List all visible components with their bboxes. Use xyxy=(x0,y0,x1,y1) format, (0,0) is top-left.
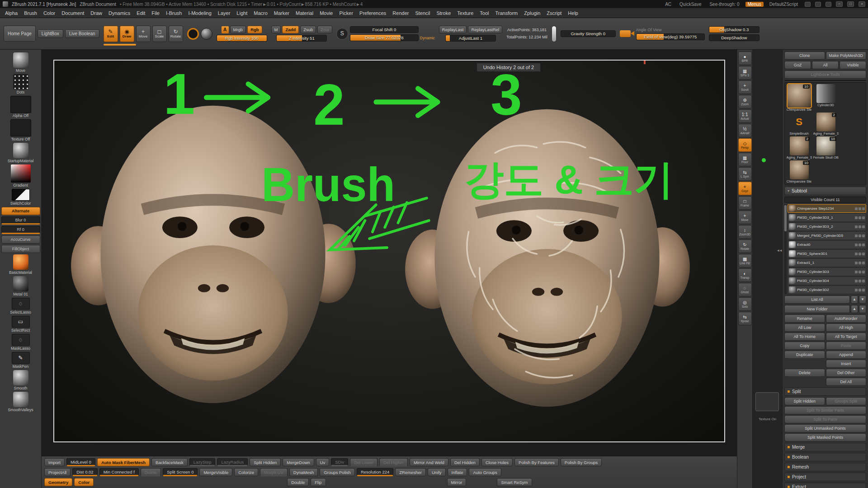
quicksave-button[interactable]: QuickSave xyxy=(677,2,703,7)
stroke-curve-icon[interactable]: S xyxy=(336,28,348,40)
list-all-button[interactable]: List All xyxy=(784,296,850,304)
bottom-control[interactable]: Polish By Groups xyxy=(561,458,602,466)
subtool-action-button[interactable]: All Low xyxy=(784,324,825,332)
close-button[interactable]: × xyxy=(859,1,865,7)
z-intensity-slider[interactable]: Z Intensity 51 xyxy=(276,35,327,42)
left-shelf-item[interactable]: Blur 0 xyxy=(1,216,40,225)
replay-last-button[interactable]: ReplayLast xyxy=(439,26,467,33)
eye-icon[interactable] xyxy=(855,253,858,255)
subtool-item[interactable]: Extract1_1 xyxy=(788,258,866,267)
left-shelf-item[interactable]: Metal 01 xyxy=(1,276,40,296)
paint-icon[interactable] xyxy=(859,289,861,291)
subtool-item[interactable]: PM3D_Cylinder3D3_2 xyxy=(788,222,866,231)
bottom-control[interactable]: Flip xyxy=(311,478,326,486)
visible-count-slider[interactable]: Visible Count 11 xyxy=(784,197,866,203)
folder-icon[interactable] xyxy=(862,244,865,246)
menu-item[interactable]: Document xyxy=(58,8,87,18)
tool-thumbnail[interactable]: 10 Chimpanzee Ste xyxy=(786,160,812,183)
minimize-button[interactable]: − xyxy=(836,1,843,7)
bottom-control[interactable]: Polish By Features xyxy=(514,458,559,466)
right-shelf-item[interactable]: + Gxyz xyxy=(738,182,752,195)
subtool-action-button[interactable]: All To Home xyxy=(784,333,825,341)
deep-shadow-slider[interactable]: DeepShadow xyxy=(709,34,760,41)
bottom-control[interactable]: Del Lower xyxy=(350,458,377,466)
subtool-action-button[interactable]: All High xyxy=(826,324,867,332)
bottom-control[interactable]: Resolution 224 xyxy=(357,468,393,476)
menu-item[interactable]: File xyxy=(148,8,163,18)
subtool-section-header[interactable]: ▾ Subtool xyxy=(784,187,866,195)
folder-icon[interactable] xyxy=(862,253,865,255)
folder-icon[interactable] xyxy=(862,216,865,219)
subtool-action-button[interactable]: Rename xyxy=(784,314,825,323)
paint-icon[interactable] xyxy=(859,235,861,237)
bottom-control[interactable]: MergeDown xyxy=(283,458,314,466)
bottom-control[interactable]: Split Hidden xyxy=(250,458,281,466)
make-polymesh3d-button[interactable]: Make PolyMesh3D xyxy=(826,52,867,60)
rgb-button[interactable]: Rgb xyxy=(247,26,262,33)
right-shelf-item[interactable]: ↕ Zoom3D xyxy=(738,225,752,239)
right-shelf-item[interactable]: ↻ Rotate xyxy=(738,239,752,253)
right-shelf-item[interactable]: 1:1 Actual xyxy=(738,109,752,123)
left-shelf-item[interactable]: ✎ MaskPen xyxy=(1,352,40,369)
right-shelf-item[interactable]: ◇ Persp xyxy=(738,138,752,152)
subtool-action-button[interactable]: AutoReorder xyxy=(826,314,867,323)
menu-item[interactable]: Edit xyxy=(133,8,148,18)
subtool-item[interactable]: Merged_PM3D_Cylinder3D5 xyxy=(788,231,866,240)
palette-section-header[interactable]: Remesh xyxy=(784,463,866,471)
m-button[interactable]: M xyxy=(271,26,281,33)
bottom-control[interactable]: Morph UV xyxy=(260,468,288,476)
subtool-item[interactable]: PM3D_Cylinder3D3_1 xyxy=(788,213,866,222)
left-shelf-item[interactable]: SwitchColor xyxy=(1,189,40,206)
current-tool-slider[interactable]: Chimpanzee Step1234. 51 xyxy=(784,80,866,81)
right-shelf-item[interactable]: □ Frame xyxy=(738,196,752,210)
goz-visible-button[interactable]: Visible xyxy=(840,61,866,69)
menu-item[interactable]: Stencil xyxy=(412,8,433,18)
undo-history-label[interactable]: Undo History 2 out of 2 xyxy=(476,63,541,72)
tool-thumbnail[interactable]: 10 Female Skull OBJ xyxy=(813,136,839,160)
split-action-button[interactable]: Split To Similar Parts xyxy=(784,406,866,414)
bottom-control[interactable]: ZRemesher xyxy=(395,468,426,476)
menu-item[interactable]: Movie xyxy=(316,8,336,18)
rgb-intensity-slider[interactable]: Rgb Intensity 100 xyxy=(217,35,267,42)
subtool-down-icon[interactable]: ▼ xyxy=(859,296,866,304)
canvas-area[interactable]: 1 2 3 Brush 강도 & 크기 xyxy=(42,50,737,456)
menu-item[interactable]: Layer xyxy=(215,8,234,18)
bottom-control[interactable]: BackfaceMask xyxy=(151,458,188,466)
palette-section-header[interactable]: Boolean xyxy=(784,453,866,461)
bottom-control[interactable]: SDiv xyxy=(331,458,348,466)
tool-thumbnail[interactable]: Cylinder3D xyxy=(813,84,839,112)
paint-icon[interactable] xyxy=(859,225,861,228)
field-of-view-slider[interactable]: Field of view(deg) 39.59775 xyxy=(636,33,705,40)
bottom-control[interactable]: ProjectAll xyxy=(44,468,71,476)
palette-section-header[interactable]: Merge xyxy=(784,443,866,451)
bottom-control[interactable]: Smart ReSym xyxy=(497,478,532,486)
move-button[interactable]: + Move xyxy=(136,26,151,42)
subtool-scrollbar[interactable] xyxy=(784,204,787,294)
menu-item[interactable]: Light xyxy=(233,8,250,18)
draw-button[interactable]: ◉ Draw xyxy=(120,26,134,42)
menu-item[interactable]: Texture xyxy=(454,8,476,18)
eye-icon[interactable] xyxy=(855,235,858,237)
menu-item[interactable]: Render xyxy=(389,8,412,18)
menu-item[interactable]: Zscript xyxy=(543,8,565,18)
paint-icon[interactable] xyxy=(859,271,861,273)
menu-item[interactable]: Transform xyxy=(492,8,521,18)
dynamic-label[interactable]: Dynamic xyxy=(420,36,435,40)
preview-slider[interactable] xyxy=(552,26,557,42)
bottom-control[interactable]: Colorize xyxy=(234,468,258,476)
goz-button[interactable]: GoZ xyxy=(784,61,811,69)
subtool-action-button[interactable]: Duplicate xyxy=(784,351,825,359)
subtool-action-button[interactable]: Del All xyxy=(826,378,867,386)
split-section-header[interactable]: Split xyxy=(784,387,866,396)
anchor-badge[interactable]: A xyxy=(222,26,229,33)
titlebar-icon[interactable] xyxy=(826,2,831,7)
menu-item[interactable]: Picker xyxy=(336,8,356,18)
left-shelf-item[interactable]: Alternate xyxy=(1,207,40,215)
undo-history-tick[interactable] xyxy=(644,61,646,64)
folder-icon[interactable] xyxy=(862,262,865,264)
tool-thumbnail[interactable]: 10 Chimpanzee Ste xyxy=(786,84,812,112)
menu-item[interactable]: Tool xyxy=(476,8,492,18)
bottom-control[interactable]: Split Screen 0 xyxy=(163,468,198,476)
paint-icon[interactable] xyxy=(859,253,861,255)
material-preview[interactable] xyxy=(201,28,212,40)
